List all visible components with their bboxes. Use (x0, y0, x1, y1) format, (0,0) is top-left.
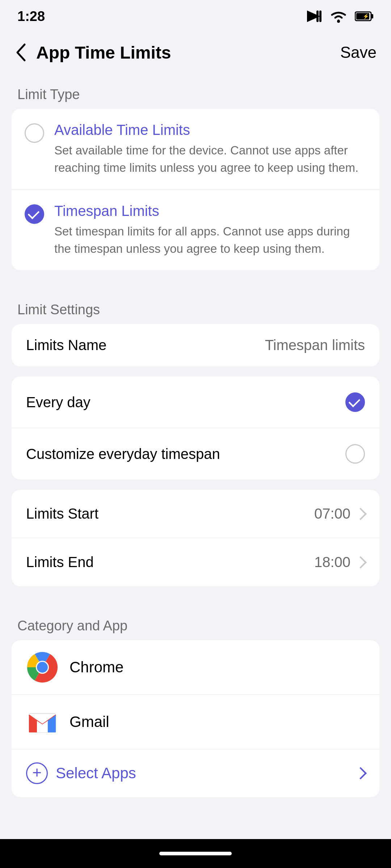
limits-end-value: 18:00 (314, 554, 350, 570)
limit-type-card: Available Time Limits Set available time… (12, 109, 379, 270)
chrome-name: Chrome (70, 659, 123, 676)
limits-end-label: Limits End (26, 554, 94, 570)
bottom-bar (0, 839, 391, 868)
svg-rect-1 (316, 10, 319, 22)
time-range-card: Limits Start 07:00 Limits End 18:00 (12, 490, 379, 586)
customize-option[interactable]: Customize everyday timespan (12, 428, 379, 480)
gmail-name: Gmail (70, 713, 109, 731)
chrome-row: Chrome (12, 640, 379, 694)
available-time-desc: Set available time for the device. Canno… (54, 142, 366, 176)
category-app-header: Category and App (0, 604, 391, 640)
status-bar: 1:28 ⚡ (0, 0, 391, 33)
svg-rect-2 (319, 10, 321, 22)
chrome-icon (26, 651, 59, 684)
limits-start-value-group: 07:00 (314, 506, 365, 522)
timespan-text: Timespan Limits Set timespan limits for … (54, 203, 366, 258)
plus-symbol: + (32, 765, 42, 780)
available-time-title: Available Time Limits (54, 122, 366, 138)
limit-settings-header: Limit Settings (0, 288, 391, 324)
timespan-desc: Set timespan limits for all apps. Cannot… (54, 223, 366, 258)
limits-start-value: 07:00 (314, 506, 350, 522)
status-icons: ⚡ (305, 9, 374, 24)
svg-point-11 (37, 662, 48, 673)
limit-type-header: Limit Type (0, 72, 391, 109)
customize-label: Customize everyday timespan (26, 446, 220, 462)
battery-icon: ⚡ (355, 9, 374, 23)
svg-point-3 (337, 20, 340, 23)
svg-text:⚡: ⚡ (363, 13, 369, 20)
select-apps-chevron (354, 767, 367, 779)
back-button[interactable] (14, 42, 28, 63)
status-time: 1:28 (17, 9, 45, 24)
limits-start-chevron (354, 508, 367, 520)
apps-card: Chrome Gmail + Select Apps (12, 640, 379, 797)
top-navigation: App Time Limits Save (0, 33, 391, 72)
gmail-icon (26, 706, 59, 738)
gmail-row: Gmail (12, 694, 379, 749)
every-day-label: Every day (26, 394, 91, 410)
limits-end-value-group: 18:00 (314, 554, 365, 570)
select-apps-plus-icon: + (26, 762, 48, 784)
limits-name-label: Limits Name (26, 337, 106, 353)
schedule-card: Every day Customize everyday timespan (12, 376, 379, 480)
timespan-title: Timespan Limits (54, 203, 366, 219)
every-day-check[interactable] (345, 392, 365, 412)
home-indicator (159, 852, 232, 855)
limits-end-chevron (354, 556, 367, 569)
limits-start-label: Limits Start (26, 506, 98, 522)
available-time-radio[interactable] (25, 123, 44, 143)
page-title: App Time Limits (36, 43, 340, 63)
every-day-option[interactable]: Every day (12, 376, 379, 428)
wifi-icon (329, 9, 348, 24)
limits-end-row[interactable]: Limits End 18:00 (12, 538, 379, 586)
limits-name-card: Limits Name Timespan limits (12, 324, 379, 366)
select-apps-label: Select Apps (56, 765, 348, 782)
limits-name-row[interactable]: Limits Name Timespan limits (12, 324, 379, 366)
timespan-option[interactable]: Timespan Limits Set timespan limits for … (12, 190, 379, 271)
timespan-radio[interactable] (25, 204, 44, 224)
limits-name-value: Timespan limits (265, 337, 365, 353)
select-apps-row[interactable]: + Select Apps (12, 749, 379, 797)
stream-icon (305, 9, 322, 24)
available-time-text: Available Time Limits Set available time… (54, 122, 366, 176)
svg-rect-5 (371, 14, 373, 18)
save-button[interactable]: Save (340, 43, 377, 61)
customize-check[interactable] (345, 444, 365, 464)
limits-start-row[interactable]: Limits Start 07:00 (12, 490, 379, 538)
available-time-option[interactable]: Available Time Limits Set available time… (12, 109, 379, 190)
